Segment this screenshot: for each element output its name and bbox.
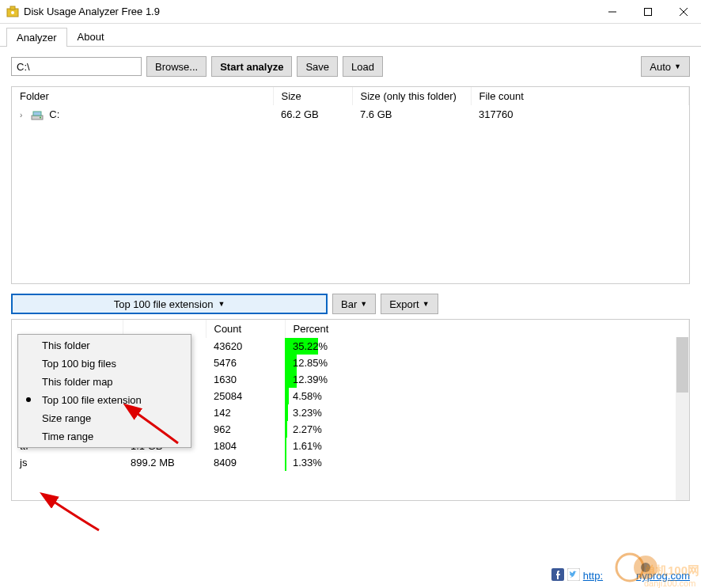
titlebar: Disk Usage Analyzer Free 1.9 [0,0,701,24]
menu-time-range[interactable]: Time range [18,427,191,446]
export-label: Export [389,298,419,310]
menu-this-folder[interactable]: This folder [18,336,191,355]
tab-about[interactable]: About [67,27,115,46]
window-controls [594,1,701,23]
export-dropdown[interactable]: Export ▼ [381,294,438,314]
minimize-button[interactable] [594,1,630,23]
col-percent[interactable]: Percent [285,320,689,338]
percent-cell: 2.27% [285,421,689,438]
maximize-button[interactable] [630,1,665,23]
caret-down-icon: ▼ [422,300,430,308]
folder-tree-panel: Folder Size Size (only this folder) File… [11,86,690,284]
percent-cell: 35.22% [285,338,689,355]
scrollbar-thumb[interactable] [676,337,688,393]
col-size[interactable]: Size [273,87,352,105]
file-count-cell: 317760 [471,105,689,124]
footer: http:nyprog.com [551,568,690,583]
table-row[interactable]: › C: 66.2 GB 7.6 GB 317760 [12,105,689,124]
percent-cell: 12.39% [285,371,689,388]
view-mode-dropdown[interactable]: Top 100 file extension ▼ [11,294,328,314]
percent-cell: 1.33% [285,454,689,471]
selected-bullet-icon [26,397,31,402]
view-mode-label: Top 100 file extension [114,298,214,310]
save-button[interactable]: Save [297,56,338,77]
count-cell: 25084 [206,388,285,404]
caret-down-icon: ▼ [218,300,225,308]
main-toolbar: Browse... Start analyze Save Load Auto ▼ [0,47,701,86]
table-row[interactable]: js899.2 MB84091.33% [12,454,689,471]
menu-top-100-big-files[interactable]: Top 100 big files [18,355,191,373]
window-title: Disk Usage Analyzer Free 1.9 [24,6,594,17]
size-self-cell: 7.6 GB [352,105,471,124]
vertical-scrollbar[interactable] [676,337,689,500]
tab-strip: Analyzer About [0,24,701,47]
count-cell: 142 [206,404,285,421]
website-link[interactable]: http:nyprog.com [583,570,690,582]
count-cell: 1630 [206,371,285,388]
size-cell: 66.2 GB [273,105,352,124]
percent-cell: 12.85% [285,355,689,371]
auto-dropdown[interactable]: Auto ▼ [641,56,690,77]
expand-icon[interactable]: › [20,111,28,119]
count-cell: 43620 [206,338,285,355]
start-analyze-button[interactable]: Start analyze [211,56,292,77]
svg-rect-8 [33,112,41,116]
load-button[interactable]: Load [343,56,383,77]
drive-icon [31,110,44,121]
path-input[interactable] [11,57,142,76]
percent-cell: 3.23% [285,404,689,421]
percent-cell: 1.61% [285,438,689,454]
twitter-icon[interactable] [567,568,580,583]
col-size-self[interactable]: Size (only this folder) [352,87,471,105]
col-file-count[interactable]: File count [471,87,689,105]
facebook-icon[interactable] [551,568,564,583]
percent-cell: 4.58% [285,388,689,404]
col-count[interactable]: Count [206,320,285,338]
svg-point-2 [11,11,14,14]
caret-down-icon: ▼ [360,300,367,308]
svg-rect-1 [10,6,15,9]
svg-point-9 [40,116,41,118]
ext-cell: js [12,454,123,471]
size-cell: 899.2 MB [123,454,206,471]
count-cell: 962 [206,421,285,438]
count-cell: 5476 [206,355,285,371]
col-folder[interactable]: Folder [12,87,273,105]
bar-label: Bar [341,298,357,310]
folder-table: Folder Size Size (only this folder) File… [12,87,689,124]
bar-dropdown[interactable]: Bar ▼ [332,294,376,314]
close-button[interactable] [665,1,701,23]
folder-name: C: [49,108,59,120]
svg-rect-4 [644,8,651,15]
filter-toolbar: Top 100 file extension ▼ Bar ▼ Export ▼ [0,284,701,319]
view-mode-menu: This folder Top 100 big files This folde… [17,334,191,448]
browse-button[interactable]: Browse... [146,56,207,77]
menu-this-folder-map[interactable]: This folder map [18,373,191,391]
app-icon [6,6,19,18]
count-cell: 1804 [206,438,285,454]
auto-label: Auto [650,61,671,73]
menu-size-range[interactable]: Size range [18,409,191,427]
count-cell: 8409 [206,454,285,471]
menu-item-label: Top 100 file extension [42,394,142,406]
tab-analyzer[interactable]: Analyzer [6,28,67,47]
caret-down-icon: ▼ [674,63,681,70]
menu-top-100-file-extension[interactable]: Top 100 file extension [18,391,191,409]
